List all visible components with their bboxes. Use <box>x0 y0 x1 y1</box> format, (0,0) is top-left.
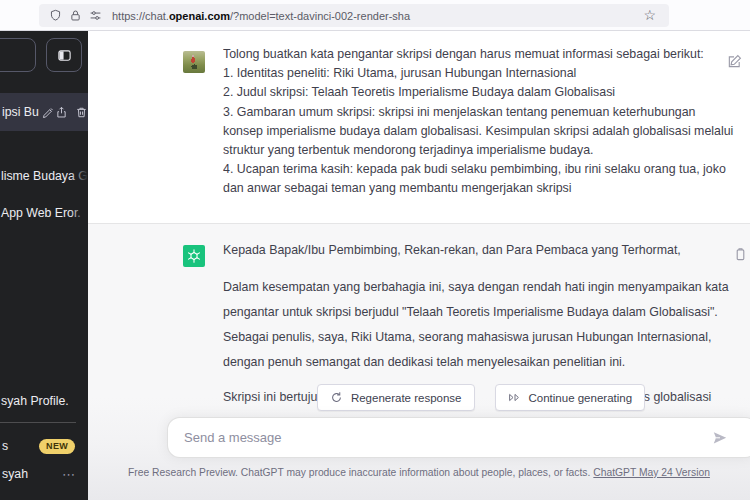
user-message-text: Tolong buatkan kata pengantar skripsi de… <box>223 45 737 215</box>
sidebar-chat-item[interactable]: lisme Budaya G <box>0 157 88 195</box>
response-actions: Regenerate response Continue generating <box>223 384 739 411</box>
permissions-icon[interactable] <box>89 9 102 22</box>
edit-message-icon[interactable] <box>727 54 742 69</box>
text-fade <box>70 194 88 232</box>
sidebar-chat-item-active[interactable]: ipsi Bu <box>0 93 88 131</box>
send-icon[interactable] <box>712 430 728 446</box>
lock-icon[interactable] <box>69 9 82 22</box>
message-input[interactable] <box>184 430 712 445</box>
sidebar-chat-item[interactable]: App Web Eror. <box>0 194 88 232</box>
assistant-message: Kepada Bapak/Ibu Pembimbing, Rekan-rekan… <box>88 223 750 500</box>
upgrade-label-fragment: s <box>2 439 8 453</box>
bookmark-star-icon[interactable]: ☆ <box>643 7 656 23</box>
continue-icon <box>508 391 521 404</box>
regenerate-icon <box>330 391 343 404</box>
continue-button[interactable]: Continue generating <box>495 384 646 411</box>
regenerate-button[interactable]: Regenerate response <box>317 384 475 411</box>
chat-title: App Web Eror. <box>1 206 81 220</box>
sidebar-chat-item-profile[interactable]: syah Profile. <box>0 382 88 420</box>
hide-sidebar-button[interactable] <box>46 38 82 72</box>
composer[interactable] <box>167 417 750 458</box>
new-chat-button[interactable] <box>0 38 36 72</box>
chatgpt-avatar <box>183 245 205 267</box>
sidebar-item-account[interactable]: syah ⋯ <box>0 455 88 493</box>
text-fade <box>70 157 88 195</box>
hide-sidebar-icon <box>57 48 72 63</box>
footer-disclaimer: Free Research Preview. ChatGPT may produ… <box>88 467 750 478</box>
address-bar[interactable]: https://chat.openai.com/?model=text-davi… <box>39 4 669 27</box>
account-name-fragment: syah <box>2 467 28 481</box>
more-options-icon[interactable]: ⋯ <box>62 467 76 482</box>
chat-title: syah Profile. <box>1 394 69 408</box>
user-message: Tolong buatkan kata pengantar skripsi de… <box>88 31 750 223</box>
version-link[interactable]: ChatGPT May 24 Version <box>593 467 710 478</box>
browser-toolbar: https://chat.openai.com/?model=text-davi… <box>0 0 750 31</box>
sidebar-divider <box>0 422 76 423</box>
chat-title: ipsi Bu <box>2 105 39 119</box>
edit-icon[interactable] <box>42 106 55 119</box>
copy-icon[interactable] <box>733 247 748 262</box>
sidebar: ipsi Bu lisme Budaya G App Web Eror. sya… <box>0 31 88 500</box>
chat-main: Tolong buatkan kata pengantar skripsi de… <box>88 31 750 500</box>
chatgpt-window: https://chat.openai.com/?model=text-davi… <box>0 0 750 500</box>
new-badge: NEW <box>39 439 75 454</box>
trash-icon[interactable] <box>75 106 88 119</box>
user-avatar <box>183 51 205 73</box>
openai-logo-icon <box>186 248 202 264</box>
shield-icon[interactable] <box>49 9 62 22</box>
url-text: https://chat.openai.com/?model=text-davi… <box>112 10 410 22</box>
share-icon[interactable] <box>55 106 68 119</box>
